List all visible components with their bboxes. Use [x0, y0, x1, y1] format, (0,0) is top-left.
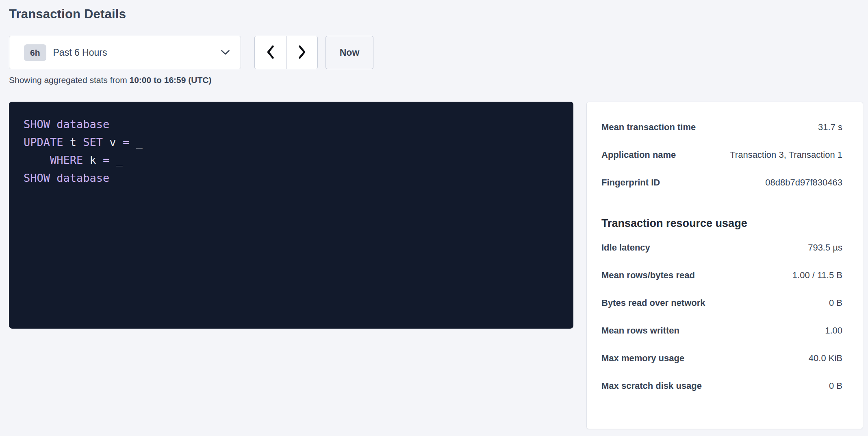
transaction-summary-card: Mean transaction time31.7 sApplication n…	[586, 102, 863, 429]
stat-row: Bytes read over network0 B	[601, 289, 842, 317]
stat-value: Transaction 3, Transaction 1	[730, 150, 842, 160]
sql-line: WHERE k = _	[24, 151, 559, 169]
resource-usage-heading: Transaction resource usage	[601, 217, 842, 230]
sql-token-keyword: SHOW database	[24, 172, 109, 184]
time-nav-group	[254, 36, 318, 69]
stat-value: 40.0 KiB	[809, 353, 842, 364]
sql-token-keyword: SHOW database	[24, 118, 109, 131]
overview-rows: Mean transaction time31.7 sApplication n…	[601, 113, 842, 196]
stat-label: Max scratch disk usage	[601, 381, 710, 391]
stat-label: Fingerprint ID	[601, 177, 668, 188]
next-range-button[interactable]	[286, 36, 317, 69]
sql-token-ident: t	[63, 136, 83, 148]
details-content: SHOW databaseUPDATE t SET v = _ WHERE k …	[9, 102, 863, 429]
stat-label: Mean rows written	[601, 325, 688, 336]
stat-row: Max scratch disk usage0 B	[601, 372, 842, 400]
chevron-left-icon	[266, 45, 275, 61]
stat-value: 0 B	[829, 298, 842, 308]
stat-label: Idle latency	[601, 242, 658, 253]
stat-row: Max memory usage40.0 KiB	[601, 344, 842, 372]
sql-statement-box: SHOW databaseUPDATE t SET v = _ WHERE k …	[9, 102, 573, 329]
sql-line: UPDATE t SET v = _	[24, 133, 559, 151]
sql-token-keyword: WHERE	[50, 154, 83, 166]
sql-token-whitespace	[24, 154, 50, 166]
chevron-right-icon	[298, 45, 306, 61]
sql-line: SHOW database	[24, 169, 559, 187]
stat-label: Mean transaction time	[601, 122, 704, 133]
stat-row: Mean rows/bytes read1.00 / 11.5 B	[601, 262, 842, 289]
stat-value: 793.5 µs	[808, 242, 842, 253]
card-divider	[601, 204, 842, 204]
prev-range-button[interactable]	[255, 36, 286, 69]
stat-row: Application nameTransaction 3, Transacti…	[601, 141, 842, 169]
aggregation-time-range: 10:00 to 16:59 (UTC)	[130, 75, 212, 85]
page-title: Transaction Details	[9, 6, 863, 23]
sql-code: SHOW databaseUPDATE t SET v = _ WHERE k …	[24, 116, 559, 187]
sql-line: SHOW database	[24, 116, 559, 133]
time-range-picker[interactable]: 6h Past 6 Hours	[9, 36, 241, 69]
time-range-label: Past 6 Hours	[53, 47, 107, 58]
sql-token-keyword: UPDATE	[24, 136, 63, 148]
stat-row: Fingerprint ID08d8b7d97f830463	[601, 169, 842, 196]
resource-rows: Idle latency793.5 µsMean rows/bytes read…	[601, 234, 842, 400]
stat-row: Idle latency793.5 µs	[601, 234, 842, 262]
chevron-down-icon	[221, 50, 230, 55]
sql-token-ident: v	[103, 136, 123, 148]
stat-label: Bytes read over network	[601, 298, 714, 308]
time-range-badge: 6h	[24, 44, 46, 61]
time-toolbar: 6h Past 6 Hours	[9, 36, 863, 69]
aggregation-subtitle: Showing aggregated stats from 10:00 to 1…	[9, 75, 863, 85]
sql-token-keyword: =	[123, 136, 129, 148]
sql-token-ident: _	[129, 136, 143, 148]
sql-token-keyword: =	[103, 154, 109, 166]
sql-token-ident: k	[83, 154, 103, 166]
stat-label: Max memory usage	[601, 353, 692, 364]
sql-token-keyword: SET	[83, 136, 103, 148]
now-button[interactable]: Now	[326, 36, 373, 69]
stat-label: Mean rows/bytes read	[601, 270, 703, 281]
stat-value: 08d8b7d97f830463	[765, 177, 842, 188]
stat-value: 1.00	[825, 325, 842, 336]
transaction-details-page: Transaction Details 6h Past 6 Hours	[0, 0, 868, 429]
stat-value: 31.7 s	[818, 122, 842, 133]
stat-row: Mean rows written1.00	[601, 317, 842, 344]
stat-value: 0 B	[829, 381, 842, 391]
stat-label: Application name	[601, 150, 684, 160]
aggregation-subtitle-prefix: Showing aggregated stats from	[9, 75, 130, 85]
stat-row: Mean transaction time31.7 s	[601, 113, 842, 141]
sql-token-ident: _	[109, 154, 123, 166]
stat-value: 1.00 / 11.5 B	[792, 270, 842, 281]
